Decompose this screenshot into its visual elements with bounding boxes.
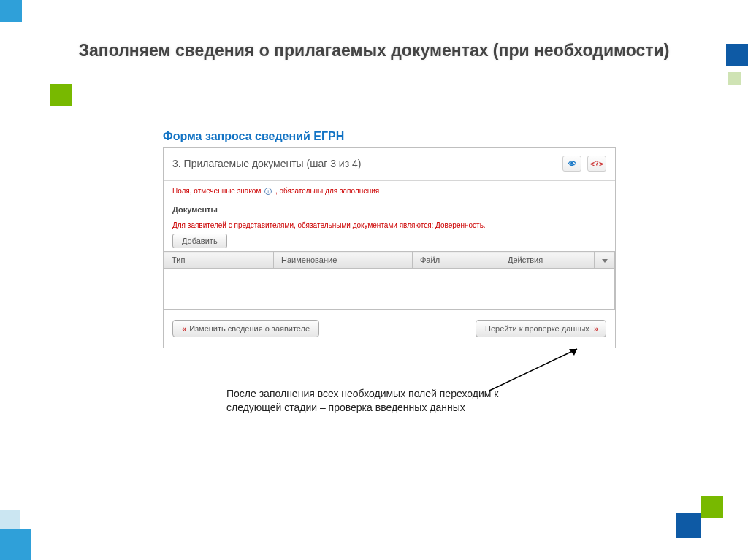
decor-square — [0, 0, 22, 22]
info-icon: i — [264, 188, 272, 195]
code-icon: <?> — [590, 160, 603, 168]
add-document-button[interactable]: Добавить — [172, 234, 227, 248]
decor-square — [0, 510, 20, 531]
col-file[interactable]: Файл — [413, 252, 500, 269]
decor-square — [0, 529, 31, 560]
header-icon-group: 👁 <?> — [562, 156, 606, 172]
eye-icon: 👁 — [568, 159, 576, 168]
table-header-row: Тип Наименование Файл Действия — [164, 252, 615, 269]
col-type[interactable]: Тип — [164, 252, 274, 269]
step-header: 3. Прилагаемые документы (шаг 3 из 4) 👁 … — [164, 148, 615, 181]
back-button[interactable]: « Изменить сведения о заявителе — [172, 320, 319, 337]
required-hint-before: Поля, отмеченные знаком — [172, 187, 261, 195]
slide-title: Заполняем сведения о прилагаемых докумен… — [0, 41, 748, 61]
form-panel: Форма запроса сведений ЕГРН 3. Прилагаем… — [163, 130, 616, 348]
required-hint: Поля, отмеченные знаком i , обязательны … — [164, 181, 615, 195]
col-actions[interactable]: Действия — [500, 252, 595, 269]
table-empty-body — [164, 269, 615, 310]
documents-table: Тип Наименование Файл Действия — [164, 251, 615, 269]
nav-row: « Изменить сведения о заявителе Перейти … — [164, 310, 615, 348]
chevron-right-icon: » — [594, 324, 597, 333]
chevron-left-icon: « — [182, 324, 185, 333]
decor-square — [676, 513, 701, 538]
required-hint-after: , обязательны для заполнения — [275, 187, 379, 195]
decor-square — [701, 496, 723, 518]
decor-square — [50, 84, 72, 106]
decor-square — [728, 72, 741, 85]
chevron-down-icon — [602, 259, 608, 263]
col-menu[interactable] — [595, 252, 615, 269]
form-body: 3. Прилагаемые документы (шаг 3 из 4) 👁 … — [163, 147, 616, 348]
svg-line-0 — [489, 349, 577, 391]
annotation-caption: После заполнения всех необходимых полей … — [226, 387, 541, 415]
step-header-text: 3. Прилагаемые документы (шаг 3 из 4) — [172, 158, 361, 169]
representative-note: Для заявителей с представителями, обязат… — [164, 218, 615, 234]
form-title: Форма запроса сведений ЕГРН — [163, 130, 616, 143]
next-button[interactable]: Перейти к проверке данных » — [476, 320, 606, 337]
col-name[interactable]: Наименование — [274, 252, 413, 269]
xml-button[interactable]: <?> — [587, 156, 606, 172]
preview-button[interactable]: 👁 — [562, 156, 581, 172]
documents-section-label: Документы — [164, 195, 615, 218]
back-button-label: Изменить сведения о заявителе — [189, 324, 310, 333]
next-button-label: Перейти к проверке данных — [485, 324, 589, 333]
